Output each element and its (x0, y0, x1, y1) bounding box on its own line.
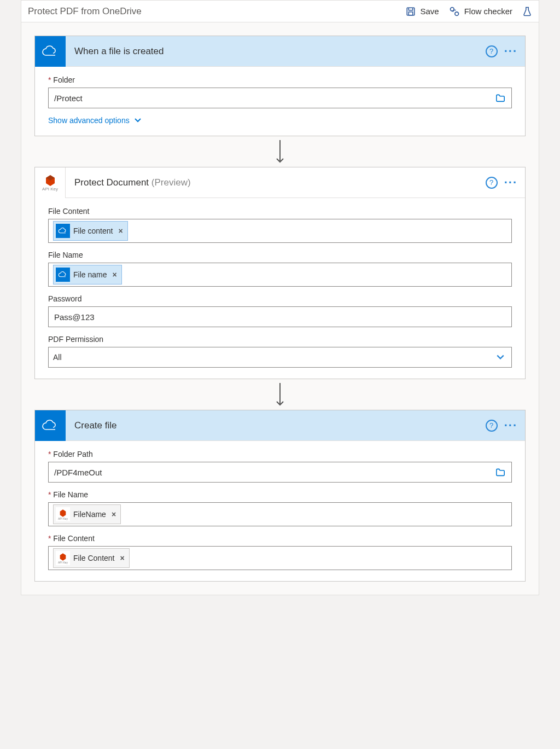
pdf4me-icon: API Key (35, 167, 66, 198)
token-remove[interactable]: × (109, 510, 116, 519)
token-remove[interactable]: × (116, 227, 122, 235)
svg-rect-1 (409, 11, 413, 15)
onedrive-icon (56, 224, 70, 238)
folderpath-control[interactable] (48, 462, 512, 483)
filename-label: File Name (48, 251, 512, 259)
pdf4me-icon: API Key (56, 507, 70, 521)
flow-arrow (34, 136, 526, 167)
createfile-card: Create file ? ··· Folder Path File Nam (34, 410, 526, 582)
token-label: File Content (73, 554, 114, 562)
flow-checker-icon (449, 6, 460, 17)
createfile-header[interactable]: Create file ? ··· (35, 410, 525, 441)
flow-designer: Protect PDF from OneDrive Save Flow chec… (21, 0, 539, 595)
password-label: Password (48, 294, 512, 303)
filename-label: File Name (48, 490, 512, 499)
help-icon[interactable]: ? (486, 45, 498, 57)
password-input[interactable] (53, 312, 507, 322)
show-advanced-options[interactable]: Show advanced options (48, 116, 512, 125)
onedrive-icon (35, 410, 66, 441)
test-button[interactable] (522, 6, 532, 17)
trigger-title: When a file is created (74, 46, 164, 57)
chevron-down-icon (134, 118, 142, 123)
filecontent-token[interactable]: API Key File Content × (53, 548, 130, 568)
token-label: File content (73, 227, 113, 235)
save-label: Save (420, 7, 439, 16)
folder-control[interactable] (48, 88, 512, 108)
flow-checker-button[interactable]: Flow checker (449, 6, 512, 17)
show-advanced-label: Show advanced options (48, 116, 130, 125)
filename-control[interactable]: File name × (48, 263, 512, 287)
more-menu[interactable]: ··· (504, 49, 517, 54)
topbar: Protect PDF from OneDrive Save Flow chec… (21, 1, 539, 22)
flow-arrow (34, 379, 526, 410)
save-button[interactable]: Save (406, 7, 439, 16)
filename-token[interactable]: API Key FileName × (53, 504, 121, 524)
api-key-label: API Key (42, 187, 58, 191)
permission-select[interactable]: All (48, 347, 512, 368)
pdf4me-icon: API Key (56, 551, 70, 565)
trigger-header[interactable]: When a file is created ? ··· (35, 36, 525, 67)
help-icon[interactable]: ? (486, 420, 498, 432)
help-icon[interactable]: ? (486, 177, 498, 189)
filecontent-token[interactable]: File content × (53, 221, 128, 241)
chevron-down-icon (496, 354, 505, 361)
folderpath-label: Folder Path (48, 450, 512, 458)
save-icon (406, 7, 416, 16)
createfile-title: Create file (74, 420, 116, 431)
canvas: When a file is created ? ··· Folder Sh (21, 22, 539, 595)
folder-label: Folder (48, 76, 512, 84)
folderpath-input[interactable] (53, 467, 507, 478)
protect-card: API Key Protect Document (Preview) ? ···… (34, 167, 526, 379)
filecontent-control[interactable]: File content × (48, 219, 512, 243)
folder-input[interactable] (53, 93, 507, 103)
onedrive-icon (56, 268, 70, 282)
permission-value: All (53, 353, 62, 362)
trigger-card: When a file is created ? ··· Folder Sh (34, 36, 526, 136)
onedrive-icon (35, 36, 66, 67)
filecontent-label: File Content (48, 534, 512, 543)
filename-control[interactable]: API Key FileName × (48, 502, 512, 526)
permission-label: PDF Permission (48, 335, 512, 344)
page-title: Protect PDF from OneDrive (28, 6, 142, 17)
token-label: File name (73, 270, 107, 279)
token-remove[interactable]: × (118, 554, 124, 562)
flow-checker-label: Flow checker (464, 7, 512, 16)
protect-title: Protect Document (Preview) (74, 177, 191, 188)
folder-picker-icon[interactable] (495, 94, 506, 102)
password-control[interactable] (48, 306, 512, 327)
folder-picker-icon[interactable] (495, 468, 506, 477)
preview-badge: (Preview) (151, 177, 191, 188)
flask-icon (522, 6, 532, 17)
filecontent-label: File Content (48, 207, 512, 216)
token-label: FileName (73, 510, 106, 519)
svg-point-3 (454, 11, 458, 15)
more-menu[interactable]: ··· (504, 180, 517, 185)
filecontent-control[interactable]: API Key File Content × (48, 546, 512, 570)
more-menu[interactable]: ··· (504, 423, 517, 428)
filename-token[interactable]: File name × (53, 265, 122, 284)
protect-header[interactable]: API Key Protect Document (Preview) ? ··· (35, 167, 525, 198)
token-remove[interactable]: × (110, 270, 116, 279)
